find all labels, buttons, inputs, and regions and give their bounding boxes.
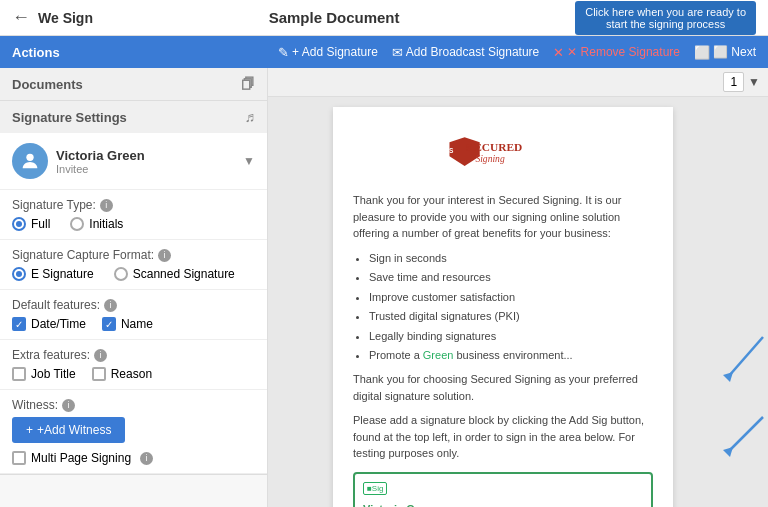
page-number[interactable]: 1 [723, 72, 744, 92]
add-broadcast-label: Add Broadcast Signature [406, 45, 539, 59]
name-label: Name [121, 317, 153, 331]
svg-point-0 [26, 154, 33, 161]
name-checkbox[interactable]: ✓ Name [102, 317, 153, 331]
datetime-check-box: ✓ [12, 317, 26, 331]
list-item: Legally binding signatures [369, 328, 653, 346]
next-button[interactable]: ⬜ ⬜ Next [694, 45, 756, 60]
extra-features-info-icon[interactable]: i [94, 349, 107, 362]
capture-format-group: E Signature Scanned Signature [12, 267, 255, 281]
doc-list: Sign in seconds Save time and resources … [369, 250, 653, 366]
sig-type-full[interactable]: Full [12, 217, 50, 231]
witness-label: Witness: i [12, 398, 255, 412]
app-title: We Sign [38, 10, 93, 26]
user-chevron-icon[interactable]: ▼ [243, 154, 255, 168]
user-name: Victoria Green [56, 148, 235, 163]
documents-icon: 🗍 [241, 76, 255, 92]
document-title: Sample Document [269, 9, 400, 26]
share-icon: ♬ [245, 109, 256, 125]
add-signature-button[interactable]: ✎ + Add Signature [278, 45, 378, 60]
doc-toolbar: 1 ▼ [268, 68, 768, 97]
doc-para2: Thank you for choosing Secured Signing a… [353, 371, 653, 404]
sig-settings-header: Signature Settings ♬ [0, 101, 267, 133]
svg-text:ECURED: ECURED [474, 141, 522, 153]
radio-scanned [114, 267, 128, 281]
next-label: ⬜ Next [713, 45, 756, 59]
capture-format-info-icon[interactable]: i [158, 249, 171, 262]
user-role: Invitee [56, 163, 235, 175]
radio-full [12, 217, 26, 231]
default-features-info-icon[interactable]: i [104, 299, 117, 312]
multi-page-check-box [12, 451, 26, 465]
svg-text:Signing: Signing [475, 153, 505, 164]
start-signing-button[interactable]: Click here when you are ready tostart th… [575, 1, 756, 35]
sig-block-logo: ■Sig [363, 479, 387, 494]
broadcast-icon: ✉ [392, 45, 403, 60]
doc-logo: S ECURED S Signing [353, 127, 653, 180]
add-witness-label: +Add Witness [37, 423, 111, 437]
multi-page-signing-checkbox[interactable]: Multi Page Signing i [12, 451, 255, 465]
sig-type-initials[interactable]: Initials [70, 217, 123, 231]
remove-signature-button[interactable]: ✕ ✕ Remove Signature [553, 45, 680, 60]
documents-section-header: Documents 🗍 [0, 68, 267, 100]
sig-type-info-icon[interactable]: i [100, 199, 113, 212]
start-signing-label: Click here when you are ready tostart th… [585, 6, 746, 30]
default-features-label: Default features: i [12, 298, 255, 312]
remove-icon: ✕ [553, 45, 564, 60]
svg-text:S: S [466, 141, 472, 153]
user-section[interactable]: Victoria Green Invitee ▼ [0, 133, 267, 190]
add-signature-label: + Add Signature [292, 45, 378, 59]
svg-line-6 [728, 337, 763, 377]
svg-marker-9 [723, 447, 733, 457]
list-item: Save time and resources [369, 269, 653, 287]
extra-features-label: Extra features: i [12, 348, 255, 362]
sig-type-group: Full Initials [12, 217, 255, 231]
sig-type-label: Signature Type: i [12, 198, 255, 212]
sig-settings-label: Signature Settings [12, 110, 127, 125]
radio-esig [12, 267, 26, 281]
svg-text:S: S [449, 147, 454, 154]
next-icon: ⬜ [694, 45, 710, 60]
e-signature-label: E Signature [31, 267, 94, 281]
arrows-overlay [708, 257, 768, 507]
actions-label: Actions [12, 45, 60, 60]
document-page: S ECURED S Signing Thank you for your in… [333, 107, 673, 507]
documents-label: Documents [12, 77, 83, 92]
avatar [12, 143, 48, 179]
add-witness-button[interactable]: + +Add Witness [12, 417, 125, 443]
add-broadcast-button[interactable]: ✉ Add Broadcast Signature [392, 45, 539, 60]
list-item: Sign in seconds [369, 250, 653, 268]
list-item: Promote a Green business environment... [369, 347, 653, 365]
reason-check-box [92, 367, 106, 381]
datetime-label: Date/Time [31, 317, 86, 331]
capture-format-label: Signature Capture Format: i [12, 248, 255, 262]
user-info: Victoria Green Invitee [56, 148, 235, 175]
multi-page-label: Multi Page Signing [31, 451, 131, 465]
sig-type-initials-label: Initials [89, 217, 123, 231]
datetime-checkbox[interactable]: ✓ Date/Time [12, 317, 86, 331]
signature-name: Victoria Green [363, 503, 438, 507]
doc-para3: Please add a signature block by clicking… [353, 412, 653, 462]
witness-info-icon[interactable]: i [62, 399, 75, 412]
add-signature-icon: ✎ [278, 45, 289, 60]
remove-signature-label: ✕ Remove Signature [567, 45, 680, 59]
job-title-checkbox[interactable]: Job Title [12, 367, 76, 381]
scanned-sig-option[interactable]: Scanned Signature [114, 267, 235, 281]
sig-type-full-label: Full [31, 217, 50, 231]
svg-marker-7 [723, 372, 733, 382]
page-down-icon[interactable]: ▼ [748, 75, 760, 89]
list-item: Improve customer satisfaction [369, 289, 653, 307]
default-features-group: ✓ Date/Time ✓ Name [12, 317, 255, 331]
reason-label: Reason [111, 367, 152, 381]
name-check-box: ✓ [102, 317, 116, 331]
multi-page-info-icon[interactable]: i [140, 452, 153, 465]
job-title-label: Job Title [31, 367, 76, 381]
radio-initials [70, 217, 84, 231]
add-witness-icon: + [26, 423, 33, 437]
signature-block[interactable]: ■Sig Victoria Green [353, 472, 653, 507]
logo-svg: S ECURED S Signing [443, 127, 563, 177]
doc-para1: Thank you for your interest in Secured S… [353, 192, 653, 242]
back-button[interactable]: ← [12, 7, 30, 28]
e-signature-option[interactable]: E Signature [12, 267, 94, 281]
scanned-sig-label: Scanned Signature [133, 267, 235, 281]
reason-checkbox[interactable]: Reason [92, 367, 152, 381]
